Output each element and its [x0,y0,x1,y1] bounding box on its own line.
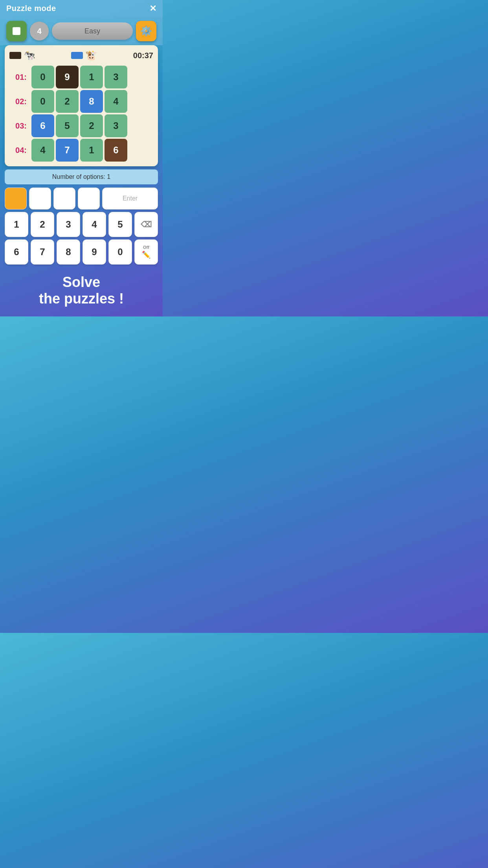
player2-color-block [71,52,83,59]
bottom-text: Solve the puzzles ! [39,274,124,316]
player1-color-block [9,52,21,59]
key-3[interactable]: 3 [57,212,80,237]
cell-r2c3[interactable]: 8 [80,90,103,113]
cell-r2c4[interactable]: 4 [105,90,127,113]
top-bar: Puzzle mode ✕ [0,0,163,17]
player1-section: 🐄 [9,50,35,61]
window-title: Puzzle mode [6,4,56,13]
cell-r3c2[interactable]: 5 [56,114,79,137]
row-label-3: 03: [9,121,30,131]
difficulty-button[interactable]: Easy [52,22,133,40]
pencil-icon: ✏️ [142,250,150,259]
enter-button[interactable]: Enter [102,188,158,210]
cells-3: 6523 [31,114,127,137]
level-badge: 4 [30,22,49,40]
key-1[interactable]: 1 [5,212,28,237]
pencil-label: Off [143,245,149,250]
close-button[interactable]: ✕ [149,4,156,13]
cell-r4c2[interactable]: 7 [56,139,79,162]
cell-r4c4[interactable]: 6 [105,139,127,162]
keypad-row-2: 6 7 8 9 0 Off ✏️ [5,239,158,265]
row-label-2: 02: [9,97,30,106]
solve-line: Solve [39,274,124,291]
keypad-row-1: 1 2 3 4 5 ⌫ [5,212,158,237]
puzzle-row-2: 02:0284 [9,90,153,113]
key-4[interactable]: 4 [83,212,106,237]
stop-icon [13,27,20,35]
cells-4: 4716 [31,139,127,162]
puzzle-grid: 01:091302:028403:652304:4716 [9,66,153,162]
gear-icon: ⚙️ [140,26,152,37]
cell-r1c4[interactable]: 3 [105,66,127,88]
game-panel: 🐄 🐮 00:37 01:091302:028403:652304:4716 [5,45,158,166]
cell-r1c3[interactable]: 1 [80,66,103,88]
key-9[interactable]: 9 [83,239,106,265]
pencil-button[interactable]: Off ✏️ [134,239,158,265]
puzzles-line: the puzzles ! [39,291,124,307]
cell-r2c1[interactable]: 0 [31,90,54,113]
delete-button[interactable]: ⌫ [134,212,158,237]
input-box-2[interactable] [29,188,51,210]
cells-2: 0284 [31,90,127,113]
cell-r1c1[interactable]: 0 [31,66,54,88]
score-row: 🐄 🐮 00:37 [9,50,153,61]
keypad: 1 2 3 4 5 ⌫ 6 7 8 9 0 Off ✏️ [5,212,158,265]
stop-button[interactable] [6,21,27,41]
cell-r3c3[interactable]: 2 [80,114,103,137]
cell-r4c3[interactable]: 1 [80,139,103,162]
key-5[interactable]: 5 [108,212,132,237]
cell-r4c1[interactable]: 4 [31,139,54,162]
key-7[interactable]: 7 [31,239,54,265]
options-bar: Number of options: 1 [5,169,158,184]
player2-avatar: 🐮 [85,50,97,61]
puzzle-row-1: 01:0913 [9,66,153,88]
row-label-4: 04: [9,146,30,155]
input-box-3[interactable] [53,188,75,210]
input-row: Enter [5,188,158,210]
cell-r3c4[interactable]: 3 [105,114,127,137]
timer: 00:37 [133,51,153,60]
cells-1: 0913 [31,66,127,88]
key-6[interactable]: 6 [5,239,28,265]
settings-button[interactable]: ⚙️ [136,21,156,41]
player1-avatar: 🐄 [24,50,35,61]
puzzle-row-4: 04:4716 [9,139,153,162]
key-8[interactable]: 8 [57,239,80,265]
key-0[interactable]: 0 [108,239,132,265]
player2-section: 🐮 [71,50,97,61]
controls-row: 4 Easy ⚙️ [0,17,163,45]
key-2[interactable]: 2 [31,212,54,237]
phone-frame: Puzzle mode ✕ 4 Easy ⚙️ 🐄 🐮 00:37 [0,0,163,316]
input-box-4[interactable] [78,188,100,210]
cell-r3c1[interactable]: 6 [31,114,54,137]
cell-r2c2[interactable]: 2 [56,90,79,113]
puzzle-row-3: 03:6523 [9,114,153,137]
cell-r1c2[interactable]: 9 [56,66,79,88]
input-box-1[interactable] [5,188,27,210]
row-label-1: 01: [9,73,30,82]
